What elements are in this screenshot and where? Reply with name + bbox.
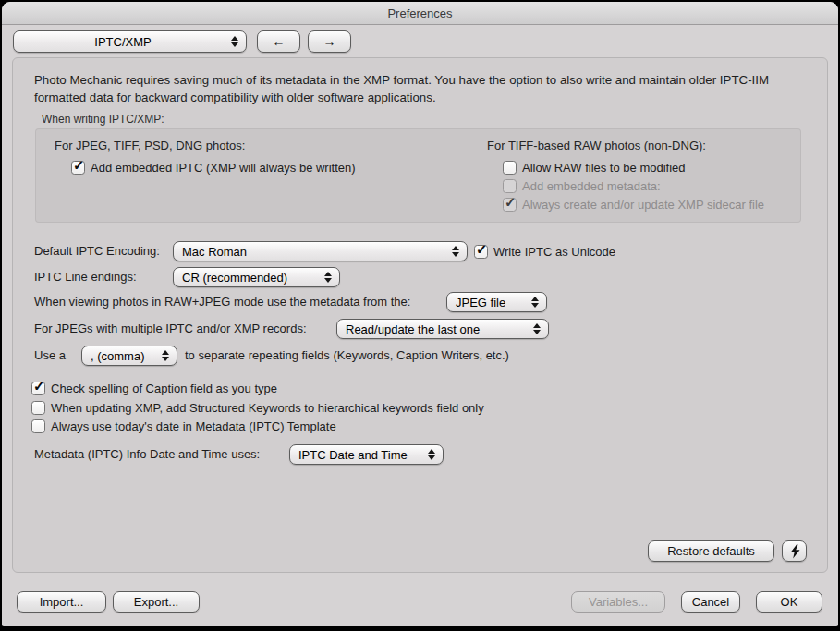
structured-keywords-row[interactable]: When updating XMP, add Structured Keywor… xyxy=(31,399,484,416)
separator-prefix: Use a xyxy=(34,345,66,367)
todays-date-row[interactable]: Always use today's date in Metadata (IPT… xyxy=(31,418,336,434)
datetime-select[interactable]: IPTC Date and Time xyxy=(289,444,444,465)
check-icon: ✓ xyxy=(505,195,517,209)
raw-jpeg-label: When viewing photos in RAW+JPEG mode use… xyxy=(34,291,410,313)
back-button[interactable]: ← xyxy=(257,30,300,53)
import-button[interactable]: Import... xyxy=(17,591,106,613)
raw-jpeg-value: JPEG file xyxy=(456,296,505,309)
spellcheck-caption-row[interactable]: ✓ Check spelling of Caption field as you… xyxy=(31,380,277,396)
ok-button[interactable]: OK xyxy=(756,591,822,613)
ok-label: OK xyxy=(781,595,798,609)
structured-keywords-label: When updating XMP, add Structured Keywor… xyxy=(51,401,484,415)
variables-button: Variables... xyxy=(571,591,665,613)
allow-raw-modify-row[interactable]: Allow RAW files to be modified xyxy=(503,159,686,176)
intro-line-1: Photo Mechanic requires saving much of i… xyxy=(34,71,818,89)
raw-photos-header: For TIFF-based RAW photos (non-DNG): xyxy=(487,139,706,152)
export-label: Export... xyxy=(134,595,178,609)
write-iptc-unicode-row[interactable]: ✓ Write IPTC as Unicode xyxy=(474,243,615,260)
forward-button[interactable]: → xyxy=(308,30,351,53)
add-embedded-iptc-row[interactable]: ✓ Add embedded IPTC (XMP will always be … xyxy=(71,159,356,176)
add-embedded-iptc-checkbox[interactable]: ✓ xyxy=(71,161,85,175)
line-endings-label: IPTC Line endings: xyxy=(34,266,137,288)
write-iptc-unicode-label: Write IPTC as Unicode xyxy=(493,245,615,259)
spellcheck-caption-checkbox[interactable]: ✓ xyxy=(31,382,45,395)
back-arrow-icon: ← xyxy=(273,35,286,48)
add-embedded-metadata-label: Add embedded metadata: xyxy=(522,179,661,193)
spellcheck-caption-label: Check spelling of Caption field as you t… xyxy=(51,382,277,395)
cancel-button[interactable]: Cancel xyxy=(681,591,740,613)
apply-defaults-button[interactable] xyxy=(782,540,807,562)
check-icon: ✓ xyxy=(73,158,85,172)
check-icon: ✓ xyxy=(476,242,488,256)
stepper-icon xyxy=(428,449,435,460)
cancel-label: Cancel xyxy=(692,595,729,609)
encoding-select[interactable]: Mac Roman xyxy=(173,241,468,261)
content-panel: Photo Mechanic requires saving much of i… xyxy=(12,57,828,573)
export-button[interactable]: Export... xyxy=(113,591,200,613)
line-endings-value: CR (recommended) xyxy=(182,271,287,285)
restore-defaults-button[interactable]: Restore defaults xyxy=(648,540,774,562)
structured-keywords-checkbox[interactable] xyxy=(31,401,45,415)
write-iptc-unicode-checkbox[interactable]: ✓ xyxy=(474,245,488,259)
separator-value: , (comma) xyxy=(91,349,145,363)
stepper-icon xyxy=(162,350,169,361)
xmp-sidecar-checkbox: ✓ xyxy=(503,198,517,212)
preference-section-value: IPTC/XMP xyxy=(94,35,151,49)
encoding-value: Mac Roman xyxy=(182,245,247,259)
stepper-icon xyxy=(533,323,541,334)
preference-section-select[interactable]: IPTC/XMP xyxy=(13,30,247,53)
line-endings-select[interactable]: CR (recommended) xyxy=(173,267,340,287)
window-title: Preferences xyxy=(387,6,452,20)
preferences-window: Preferences IPTC/XMP ← → Photo Mechanic … xyxy=(2,2,838,626)
todays-date-checkbox[interactable] xyxy=(31,419,45,433)
multiple-records-label: For JPEGs with multiple IPTC and/or XMP … xyxy=(34,318,307,340)
datetime-value: IPTC Date and Time xyxy=(298,448,408,462)
datetime-label: Metadata (IPTC) Info Date and Time uses: xyxy=(34,443,260,466)
xmp-sidecar-label: Always create and/or update XMP sidecar … xyxy=(522,198,764,212)
multiple-records-value: Read/update the last one xyxy=(346,322,480,336)
add-embedded-iptc-label: Add embedded IPTC (XMP will always be wr… xyxy=(91,161,356,175)
separator-select[interactable]: , (comma) xyxy=(81,346,177,366)
stepper-icon xyxy=(324,272,332,283)
title-bar[interactable]: Preferences xyxy=(2,2,838,25)
xmp-sidecar-row: ✓ Always create and/or update XMP sideca… xyxy=(503,196,764,212)
jpeg-photos-header: For JPEG, TIFF, PSD, DNG photos: xyxy=(55,139,245,152)
lightning-icon xyxy=(788,544,801,559)
multiple-records-select[interactable]: Read/update the last one xyxy=(336,319,549,339)
intro-line-2: formatted data for backward compatibilit… xyxy=(34,89,818,106)
allow-raw-modify-label: Allow RAW files to be modified xyxy=(522,161,686,175)
restore-defaults-label: Restore defaults xyxy=(667,544,755,558)
stepper-icon xyxy=(231,36,238,47)
stepper-icon xyxy=(531,297,539,308)
intro-text: Photo Mechanic requires saving much of i… xyxy=(34,71,818,106)
add-embedded-metadata-row: Add embedded metadata: xyxy=(503,177,661,194)
import-label: Import... xyxy=(40,595,84,609)
forward-arrow-icon: → xyxy=(323,35,336,48)
writing-group-box: For JPEG, TIFF, PSD, DNG photos: ✓ Add e… xyxy=(35,128,801,223)
writing-group-label: When writing IPTC/XMP: xyxy=(42,113,164,126)
stepper-icon xyxy=(452,246,459,257)
raw-jpeg-select[interactable]: JPEG file xyxy=(446,292,547,312)
allow-raw-modify-checkbox[interactable] xyxy=(503,161,517,175)
add-embedded-metadata-checkbox xyxy=(503,179,517,193)
encoding-label: Default IPTC Encoding: xyxy=(34,240,160,262)
separator-suffix: to separate repeating fields (Keywords, … xyxy=(185,345,509,367)
check-icon: ✓ xyxy=(33,379,45,393)
todays-date-label: Always use today's date in Metadata (IPT… xyxy=(51,419,336,433)
variables-label: Variables... xyxy=(589,595,648,609)
